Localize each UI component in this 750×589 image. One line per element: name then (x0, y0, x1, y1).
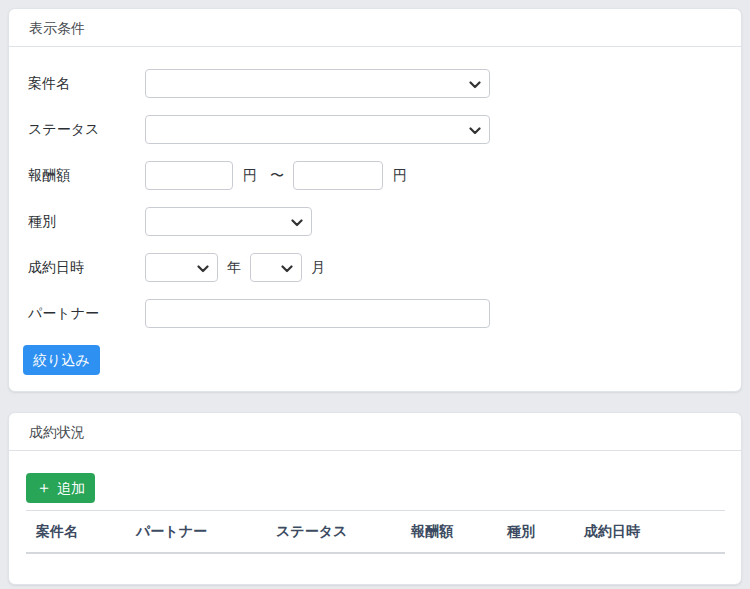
form-row-contract-date: 成約日時 年 月 (28, 253, 721, 282)
add-button-label: 追加 (57, 480, 85, 496)
column-header-project-name: 案件名 (26, 511, 126, 554)
contracts-table: 案件名 パートナー ステータス 報酬額 種別 成約日時 (26, 510, 725, 554)
reward-label: 報酬額 (28, 167, 145, 185)
form-row-type: 種別 (28, 207, 721, 236)
year-suffix: 年 (227, 259, 241, 277)
contracts-table-head: 案件名 パートナー ステータス 報酬額 種別 成約日時 (26, 511, 725, 554)
filter-form: 案件名 ステータス 報酬額 円 〜 円 種別 (9, 47, 741, 391)
form-row-partner: パートナー (28, 299, 721, 328)
contract-date-label: 成約日時 (28, 259, 145, 277)
status-label: ステータス (28, 121, 145, 139)
partner-label: パートナー (28, 305, 145, 323)
reward-min-unit: 円 (243, 167, 257, 185)
results-card-title: 成約状況 (9, 413, 741, 451)
column-header-contract-date: 成約日時 (574, 511, 725, 554)
results-card: 成約状況 ＋ 追加 案件名 パートナー ステータス 報酬額 種別 成約日時 (8, 412, 742, 585)
column-header-partner: パートナー (126, 511, 266, 554)
form-row-project-name: 案件名 (28, 69, 721, 98)
column-header-status: ステータス (266, 511, 401, 554)
project-name-label: 案件名 (28, 75, 145, 93)
reward-max-unit: 円 (393, 167, 407, 185)
type-select[interactable] (145, 207, 312, 236)
contract-year-select[interactable] (145, 253, 218, 282)
filter-card-title: 表示条件 (9, 9, 741, 47)
contract-month-select[interactable] (250, 253, 302, 282)
filter-submit-button[interactable]: 絞り込み (23, 345, 100, 375)
plus-icon: ＋ (36, 482, 52, 494)
column-header-reward: 報酬額 (401, 511, 497, 554)
column-header-type: 種別 (497, 511, 574, 554)
partner-input[interactable] (145, 299, 490, 328)
month-suffix: 月 (311, 259, 325, 277)
type-label: 種別 (28, 213, 145, 231)
form-row-reward: 報酬額 円 〜 円 (28, 161, 721, 190)
filter-card: 表示条件 案件名 ステータス 報酬額 円 〜 円 種別 (8, 8, 742, 392)
reward-max-input[interactable] (293, 161, 383, 190)
reward-min-input[interactable] (145, 161, 233, 190)
form-row-status: ステータス (28, 115, 721, 144)
results-body: ＋ 追加 案件名 パートナー ステータス 報酬額 種別 成約日時 (9, 451, 741, 584)
reward-range-tilde: 〜 (270, 167, 284, 185)
table-header-row: 案件名 パートナー ステータス 報酬額 種別 成約日時 (26, 511, 725, 554)
add-button[interactable]: ＋ 追加 (26, 473, 95, 503)
status-select[interactable] (145, 115, 490, 144)
project-name-select[interactable] (145, 69, 490, 98)
